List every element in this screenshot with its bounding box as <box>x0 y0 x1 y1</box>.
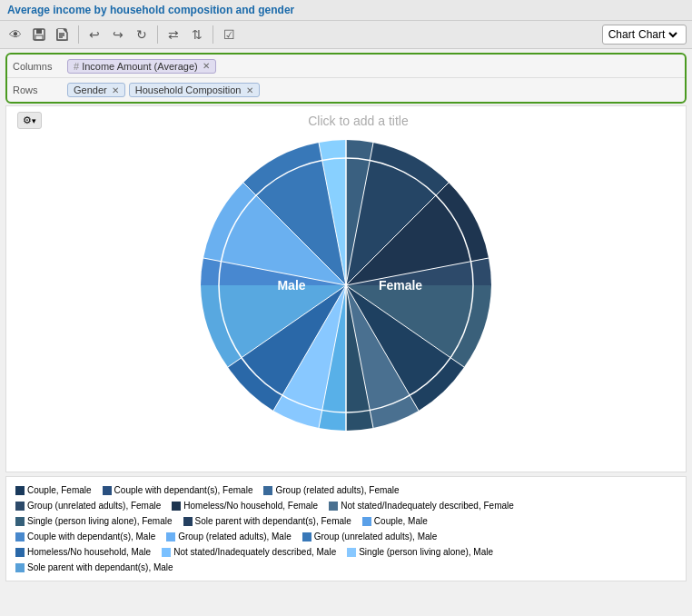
chart-select-wrapper[interactable]: Chart Chart <box>602 25 687 45</box>
columns-row: Columns # Income Amount (Average) ✕ <box>7 55 685 78</box>
list-icon[interactable]: ☑ <box>219 25 239 45</box>
columns-label: Columns <box>13 61 67 72</box>
click-title[interactable]: Click to add a title <box>42 114 675 128</box>
legend-color-5 <box>329 502 338 511</box>
legend-item-10: Group (related adults), Male <box>166 529 292 544</box>
legend-row-6: Sole parent with dependant(s), Male <box>15 560 677 575</box>
gear-arrow: ▾ <box>32 116 36 125</box>
legend-row-2: Group (unrelated adults), Female Homeles… <box>15 498 677 513</box>
legend-row-3: Single (person living alone), Female Sol… <box>15 513 677 529</box>
legend-color-9 <box>15 532 25 541</box>
legend-label-7: Sole parent with dependant(s), Female <box>195 513 351 529</box>
legend-item-13: Not stated/Inadequately described, Male <box>162 544 336 560</box>
legend-label-9: Couple with dependant(s), Male <box>27 529 155 544</box>
legend-color-2 <box>263 486 272 495</box>
separator-1 <box>78 25 79 44</box>
chart-area: ⚙ ▾ Click to add a title <box>5 105 687 472</box>
gender-pill-close[interactable]: ✕ <box>112 85 119 95</box>
hash-icon: # <box>74 61 79 72</box>
legend-item-1: Couple with dependant(s), Female <box>103 482 253 498</box>
legend-item-0: Couple, Female <box>15 482 92 498</box>
legend-color-0 <box>15 486 25 495</box>
swap-icon[interactable]: ↻ <box>132 25 152 45</box>
legend-item-4: Homeless/No household, Female <box>172 498 318 513</box>
legend-item-8: Couple, Male <box>362 513 428 529</box>
eye-icon[interactable]: 👁 <box>5 25 25 45</box>
legend-color-12 <box>15 548 25 557</box>
legend-label-2: Group (related adults), Female <box>275 482 399 498</box>
income-pill-close[interactable]: ✕ <box>203 61 210 71</box>
sort-icon[interactable]: ⇅ <box>187 25 207 45</box>
legend-label-15: Sole parent with dependant(s), Male <box>27 560 173 575</box>
legend-label-0: Couple, Female <box>27 482 92 498</box>
gear-button[interactable]: ⚙ ▾ <box>17 112 42 129</box>
legend-label-14: Single (person living alone), Male <box>359 544 493 560</box>
rows-label: Rows <box>13 84 67 95</box>
chart-controls: ⚙ ▾ Click to add a title <box>10 110 682 131</box>
legend-label-10: Group (related adults), Male <box>178 529 292 544</box>
swap2-icon[interactable]: ⇄ <box>163 25 183 45</box>
legend-label-1: Couple with dependant(s), Female <box>114 482 253 498</box>
legend-color-15 <box>15 563 25 572</box>
legend-item-5: Not stated/Inadequately described, Femal… <box>329 498 514 513</box>
gear-icon: ⚙ <box>23 114 32 126</box>
household-pill-close[interactable]: ✕ <box>246 85 253 95</box>
gender-pill-text: Gender <box>74 84 107 95</box>
rows-row: Rows Gender ✕ Household Composition ✕ <box>7 78 685 102</box>
export-icon[interactable] <box>53 25 73 45</box>
toolbar: 👁 ↩ ↪ ↻ ⇄ ⇅ ☑ Chart Chart <box>0 21 692 49</box>
legend-color-3 <box>15 502 25 511</box>
legend-row-5: Homeless/No household, Male Not stated/I… <box>15 544 677 560</box>
legend-color-13 <box>162 548 171 557</box>
legend-item-12: Homeless/No household, Male <box>15 544 151 560</box>
legend-item-15: Sole parent with dependant(s), Male <box>15 560 173 575</box>
legend-area: Couple, Female Couple with dependant(s),… <box>5 476 687 581</box>
legend-label-11: Group (unrelated adults), Male <box>314 529 438 544</box>
legend-label-4: Homeless/No household, Female <box>183 498 318 513</box>
female-label: Female <box>379 278 422 293</box>
chart-label: Chart <box>608 28 635 41</box>
legend-item-11: Group (unrelated adults), Male <box>302 529 438 544</box>
redo-icon[interactable]: ↪ <box>108 25 128 45</box>
legend-color-6 <box>15 517 25 526</box>
legend-color-8 <box>362 517 371 526</box>
undo-icon[interactable]: ↩ <box>84 25 104 45</box>
legend-item-9: Couple with dependant(s), Male <box>15 529 155 544</box>
income-pill-text: Income Amount (Average) <box>82 61 198 72</box>
gender-pill[interactable]: Gender ✕ <box>67 83 125 97</box>
page-title: Average income by household composition … <box>7 4 294 16</box>
legend-item-14: Single (person living alone), Male <box>347 544 493 560</box>
legend-color-4 <box>172 502 181 511</box>
title-bar: Average income by household composition … <box>0 0 692 21</box>
household-pill-text: Household Composition <box>135 84 242 95</box>
chart-type-select[interactable]: Chart <box>635 27 680 42</box>
legend-item-7: Sole parent with dependant(s), Female <box>183 513 351 529</box>
legend-row-1: Couple, Female Couple with dependant(s),… <box>15 482 677 498</box>
pie-chart-container: Male Female <box>10 131 682 440</box>
legend-item-6: Single (person living alone), Female <box>15 513 173 529</box>
legend-item-3: Group (unrelated adults), Female <box>15 498 161 513</box>
pie-chart-svg: Male Female <box>192 131 500 440</box>
main-content: Columns # Income Amount (Average) ✕ Rows… <box>0 49 692 585</box>
save-icon[interactable] <box>29 25 49 45</box>
household-pill[interactable]: Household Composition ✕ <box>129 83 260 97</box>
fields-area: Columns # Income Amount (Average) ✕ Rows… <box>5 53 687 104</box>
legend-color-14 <box>347 548 356 557</box>
legend-label-3: Group (unrelated adults), Female <box>27 498 161 513</box>
legend-item-2: Group (related adults), Female <box>263 482 399 498</box>
separator-2 <box>157 25 158 44</box>
legend-row-4: Couple with dependant(s), Male Group (re… <box>15 529 677 544</box>
legend-label-12: Homeless/No household, Male <box>27 544 151 560</box>
legend-label-13: Not stated/Inadequately described, Male <box>173 544 336 560</box>
legend-label-8: Couple, Male <box>374 513 428 529</box>
legend-color-1 <box>103 486 112 495</box>
legend-label-5: Not stated/Inadequately described, Femal… <box>341 498 514 513</box>
legend-label-6: Single (person living alone), Female <box>27 513 173 529</box>
income-pill[interactable]: # Income Amount (Average) ✕ <box>67 59 216 74</box>
legend-color-10 <box>166 532 175 541</box>
legend-color-11 <box>302 532 311 541</box>
separator-3 <box>213 25 213 44</box>
legend-color-7 <box>183 517 193 526</box>
svg-rect-1 <box>36 29 42 34</box>
male-label: Male <box>277 278 305 293</box>
